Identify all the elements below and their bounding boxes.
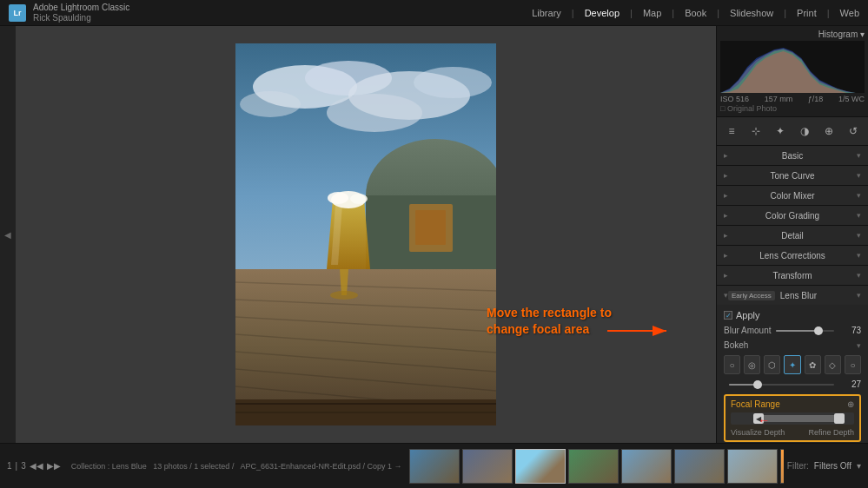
photo-count: 13 photos / 1 selected / <box>153 462 234 471</box>
app-name: Adobe Lightroom Classic <box>33 3 129 13</box>
bokeh-slider[interactable] <box>729 384 834 386</box>
reset-icon[interactable]: ↺ <box>845 122 862 140</box>
filter-label: Filter: <box>787 461 809 471</box>
basic-panel-header[interactable]: ▸ Basic ▾ <box>717 146 868 165</box>
lens-corrections-arrow-icon: ▾ <box>857 251 861 260</box>
bokeh-value: 27 <box>839 379 861 389</box>
nav-book[interactable]: Book <box>685 8 706 18</box>
lens-corrections-panel: ▸ Lens Corrections ▾ <box>717 246 868 266</box>
blur-amount-value: 73 <box>839 326 861 335</box>
masking-icon[interactable]: ◑ <box>796 122 813 140</box>
color-mixer-title: Color Mixer <box>770 191 814 201</box>
sep1: | <box>16 461 18 471</box>
transform-header[interactable]: ▸ Transform ▾ <box>717 266 868 285</box>
color-grading-title: Color Grading <box>765 211 819 221</box>
original-photo-label: □ Original Photo <box>720 104 865 113</box>
main-area: ◀ <box>0 26 868 443</box>
color-grading-toggle-icon: ▸ <box>724 211 728 220</box>
tone-curve-title: Tone Curve <box>770 171 814 181</box>
refine-label: Refine Depth <box>808 428 854 437</box>
color-mixer-panel: ▸ Color Mixer ▾ <box>717 186 868 206</box>
basic-toggle-icon: ▸ <box>724 151 728 160</box>
annotation-overlay: Move the rectangle to change focal area <box>487 305 612 339</box>
svg-point-25 <box>330 291 358 300</box>
bokeh-shape-diamond[interactable]: ◇ <box>825 355 841 374</box>
tone-curve-panel: ▸ Tone Curve ▾ <box>717 166 868 186</box>
bokeh-shape-hex[interactable]: ⬡ <box>764 355 780 374</box>
thumb-7[interactable] <box>727 449 778 484</box>
aperture-value: ƒ/18 <box>808 95 824 103</box>
focal-range-slider[interactable]: ◀ ← <box>731 412 854 425</box>
collection-label: Collection : Lens Blue <box>71 462 147 471</box>
nav-web[interactable]: Web <box>840 8 859 18</box>
nav-map[interactable]: Map <box>643 8 661 18</box>
crop-icon[interactable]: ⊹ <box>747 122 765 140</box>
nav-library[interactable]: Library <box>532 8 561 18</box>
lens-corrections-header[interactable]: ▸ Lens Corrections ▾ <box>717 246 868 265</box>
app-branding: Lr Adobe Lightroom Classic Rick Spauldin… <box>9 3 129 23</box>
nav-slideshow[interactable]: Slideshow <box>730 8 773 18</box>
color-mixer-toggle-icon: ▸ <box>724 191 728 200</box>
tone-curve-header[interactable]: ▸ Tone Curve ▾ <box>717 166 868 185</box>
svg-rect-10 <box>415 210 446 245</box>
filmstrip-controls: 1 | 3 ◀◀ ▶▶ <box>7 461 61 471</box>
lens-blur-title: Lens Blur <box>780 291 817 300</box>
focal-range-right-thumb[interactable] <box>834 413 845 424</box>
bokeh-shape-custom[interactable]: ○ <box>845 355 861 374</box>
blur-amount-slider[interactable] <box>776 330 834 332</box>
nav-develop[interactable]: Develop <box>585 8 620 18</box>
detail-toggle-icon: ▸ <box>724 231 728 240</box>
left-panel-toggle[interactable]: ◀ <box>0 26 16 443</box>
healing-icon[interactable]: ✦ <box>772 122 789 140</box>
color-grading-header[interactable]: ▸ Color Grading ▾ <box>717 206 868 225</box>
bokeh-shape-star[interactable]: ✦ <box>784 355 800 374</box>
color-grading-panel: ▸ Color Grading ▾ <box>717 206 868 226</box>
focal-range-label: Focal Range <box>731 399 780 409</box>
color-mixer-header[interactable]: ▸ Color Mixer ▾ <box>717 186 868 205</box>
nav-next-icon[interactable]: ▶▶ <box>47 461 61 471</box>
thumb-5[interactable] <box>621 449 672 484</box>
focal-range-box: Focal Range ⊕ ◀ ← Visualize Dept <box>724 394 861 442</box>
nav-prev-icon[interactable]: ◀◀ <box>30 461 43 471</box>
visualize-label: Visualize Depth <box>731 428 785 437</box>
transform-title: Transform <box>772 271 812 280</box>
histogram-title[interactable]: Histogram ▾ <box>720 30 865 39</box>
photo-viewer: Move the rectangle to change focal area <box>16 26 716 443</box>
focal-length: 157 mm <box>765 95 793 103</box>
basic-title: Basic <box>782 151 803 161</box>
bokeh-shape-ring[interactable]: ◎ <box>744 355 760 374</box>
bokeh-section: Bokeh ▾ ○ ◎ ⬡ ✦ ✿ ◇ ○ <box>724 340 861 389</box>
thumb-6[interactable] <box>674 449 725 484</box>
detail-header[interactable]: ▸ Detail ▾ <box>717 226 868 245</box>
photo-container <box>235 43 496 425</box>
redeye-icon[interactable]: ⊕ <box>820 122 838 140</box>
detail-arrow-icon: ▾ <box>857 231 861 240</box>
left-panel-arrow-icon: ◀ <box>4 230 11 240</box>
bokeh-dropdown-icon[interactable]: ▾ <box>857 341 861 350</box>
thumb-1[interactable] <box>409 449 460 484</box>
apply-label: Apply <box>736 310 760 320</box>
lens-blur-header[interactable]: ▾ Early Access Lens Blur ▾ <box>717 286 868 305</box>
tone-curve-arrow-icon: ▾ <box>857 171 861 180</box>
histogram-chart <box>720 41 865 93</box>
filmstrip-right: Filter: Filters Off ▾ <box>787 461 861 471</box>
thumb-3[interactable] <box>515 449 566 484</box>
presets-icon[interactable]: ≡ <box>723 122 740 140</box>
focal-range-icon[interactable]: ⊕ <box>847 399 854 409</box>
transform-toggle-icon: ▸ <box>724 271 728 280</box>
annotation-arrow-icon <box>607 318 677 344</box>
thumb-8[interactable] <box>780 449 784 484</box>
top-bar: Lr Adobe Lightroom Classic Rick Spauldin… <box>0 0 868 26</box>
thumb-4[interactable] <box>568 449 619 484</box>
svg-point-24 <box>350 194 368 204</box>
filter-value[interactable]: Filters Off <box>814 461 851 471</box>
bokeh-shape-cat[interactable]: ✿ <box>805 355 821 374</box>
filter-dropdown-icon[interactable]: ▾ <box>857 461 861 471</box>
thumb-2[interactable] <box>462 449 513 484</box>
apply-checkbox[interactable] <box>724 311 732 320</box>
lens-blur-controls: Apply Blur Amount 73 Bokeh ▾ <box>717 305 868 443</box>
shutter-value: 1/5 WC <box>838 95 865 103</box>
bokeh-shape-circle[interactable]: ○ <box>724 355 740 374</box>
tone-curve-toggle-icon: ▸ <box>724 171 728 180</box>
nav-print[interactable]: Print <box>797 8 817 18</box>
